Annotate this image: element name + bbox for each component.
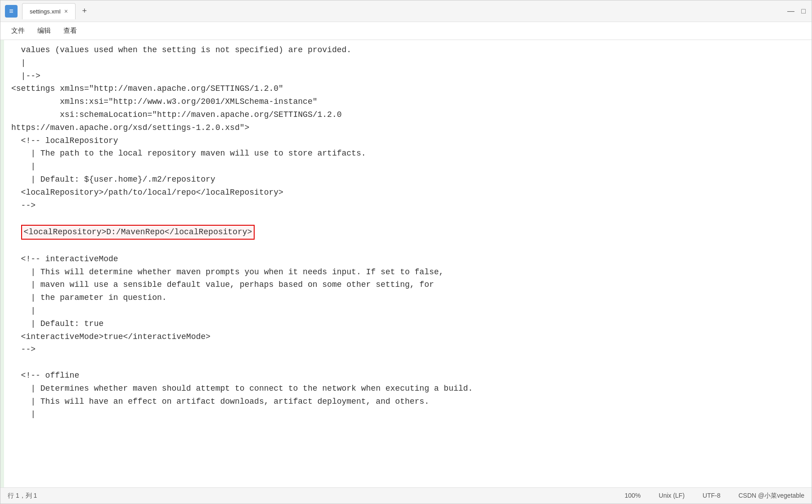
window-controls: — □ <box>786 7 808 16</box>
tab-label: settings.xml <box>30 8 61 15</box>
menu-edit[interactable]: 编辑 <box>32 25 56 37</box>
encoding: UTF-8 <box>703 492 721 500</box>
source-label: CSDN @小菜vegetable <box>739 492 805 500</box>
highlighted-line: <localRepository>D:/MavenRepo</localRepo… <box>21 225 255 240</box>
maximize-button[interactable]: □ <box>799 7 808 16</box>
zoom-level: 100% <box>624 492 641 500</box>
tab-close-button[interactable]: × <box>64 8 68 15</box>
menu-bar: 文件 编辑 查看 <box>0 22 812 40</box>
menu-view[interactable]: 查看 <box>58 25 82 37</box>
editor-area: values (values used when the setting is … <box>0 40 812 487</box>
title-bar: settings.xml × + — □ <box>0 0 812 22</box>
line-indicator <box>0 40 4 487</box>
file-tab[interactable]: settings.xml × <box>22 3 76 19</box>
menu-file[interactable]: 文件 <box>6 25 30 37</box>
cursor-position: 行 1，列 1 <box>8 492 37 500</box>
app-icon-graphic <box>5 5 18 18</box>
new-tab-button[interactable]: + <box>77 4 92 18</box>
line-ending: Unix (LF) <box>659 492 685 500</box>
status-right: 100% Unix (LF) UTF-8 CSDN @小菜vegetable <box>624 492 804 500</box>
code-editor[interactable]: values (values used when the setting is … <box>4 40 812 487</box>
code-block: values (values used when the setting is … <box>11 44 804 421</box>
main-window: settings.xml × + — □ 文件 编辑 查看 values (va… <box>0 0 812 504</box>
minimize-button[interactable]: — <box>786 7 795 16</box>
status-bar: 行 1，列 1 100% Unix (LF) UTF-8 CSDN @小菜veg… <box>0 487 812 504</box>
app-icon <box>4 4 18 18</box>
